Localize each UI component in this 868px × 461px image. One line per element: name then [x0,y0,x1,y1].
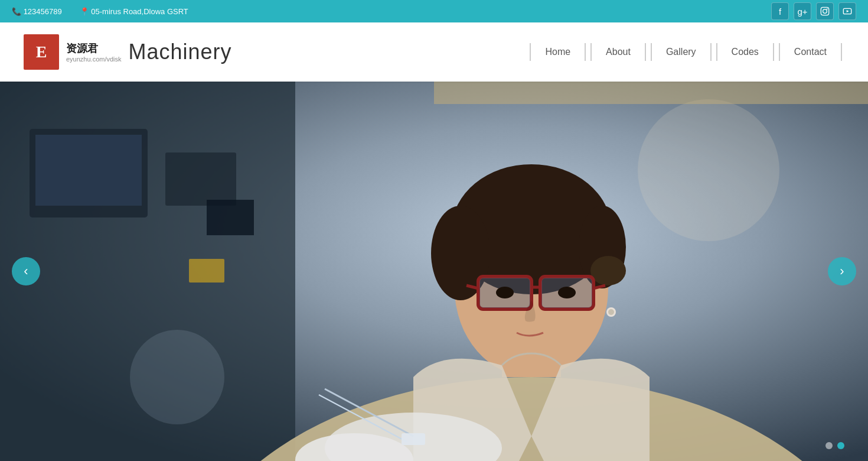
main-nav: Home About Gallery Codes Contact [527,42,844,62]
youtube-icon[interactable] [838,2,856,20]
logo-machinery: Machinery [129,40,232,64]
nav-contact[interactable]: Contact [782,42,838,62]
logo-badge: E [24,34,59,70]
nav-sep-3b [716,43,717,61]
slide-dots [825,442,844,449]
svg-rect-0 [821,7,828,15]
logo-chinese: 资源君 [66,41,122,56]
nav-home[interactable]: Home [533,42,582,62]
svg-point-2 [827,8,828,9]
social-icons: f g+ [771,2,856,20]
svg-point-18 [590,256,626,285]
top-bar-contact: 123456789 05-mirus Road,Dlowa GSRT [12,7,188,16]
svg-rect-38 [434,82,868,104]
header: E 资源君 eyunzhu.com/vdisk Machinery Home A… [0,22,868,82]
svg-point-37 [638,99,779,241]
nav-sep-4 [773,43,774,61]
address: 05-mirus Road,Dlowa GSRT [80,7,188,16]
svg-rect-8 [35,135,142,206]
nav-sep-2 [645,43,646,61]
svg-rect-10 [207,200,254,235]
svg-point-36 [130,330,224,424]
nav-sep-1b [590,43,592,61]
hero-section: PHILIPS ‹ › [0,82,868,461]
nav-gallery[interactable]: Gallery [654,42,708,62]
top-bar: 123456789 05-mirus Road,Dlowa GSRT f g+ [0,0,868,22]
facebook-icon[interactable]: f [771,2,789,20]
svg-rect-9 [165,152,236,206]
nav-sep-3 [710,43,712,61]
phone-number: 123456789 [12,7,62,16]
nav-sep-2b [651,43,652,61]
slide-prev-button[interactable]: ‹ [12,257,40,285]
logo-area: E 资源君 eyunzhu.com/vdisk Machinery [24,34,232,70]
hero-image: PHILIPS [0,82,868,461]
googleplus-icon[interactable]: g+ [794,2,811,20]
svg-point-26 [496,287,514,298]
nav-sep-5 [841,43,842,61]
svg-point-29 [608,309,614,315]
nav-sep-1 [585,43,586,61]
nav-sep-0 [530,43,531,61]
svg-rect-11 [189,259,224,283]
svg-rect-34 [402,433,425,445]
logo-url: eyunzhu.com/vdisk [66,56,122,63]
slide-dot-0[interactable] [825,442,833,449]
slide-dot-1[interactable] [837,442,844,449]
svg-marker-4 [847,10,849,12]
svg-point-1 [823,9,827,14]
svg-point-27 [558,287,576,298]
instagram-icon[interactable] [816,2,834,20]
slide-next-button[interactable]: › [828,257,856,285]
nav-sep-4b [779,43,780,61]
logo-text-block: 资源君 eyunzhu.com/vdisk [66,41,122,63]
nav-about[interactable]: About [594,42,642,62]
nav-codes[interactable]: Codes [720,42,771,62]
